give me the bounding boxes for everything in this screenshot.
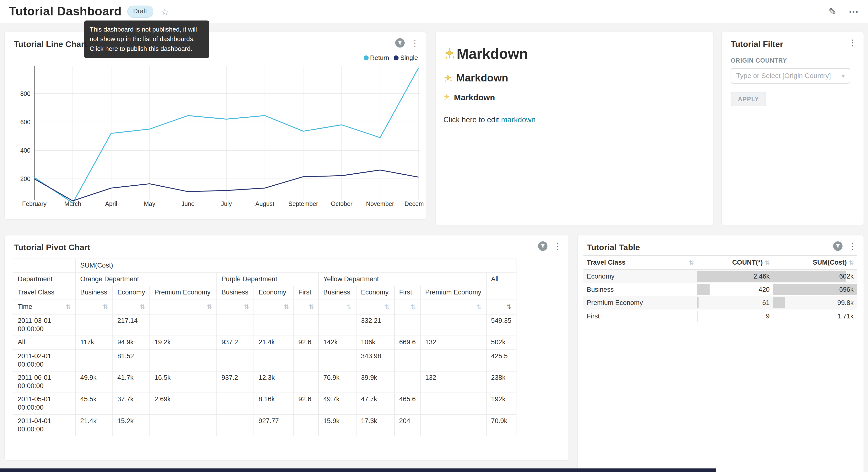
table-cell: 61 [697, 296, 773, 309]
table-cell: 1.71k [773, 309, 857, 323]
markdown-h2-text: Markdown [456, 72, 508, 84]
table-cell: 9 [697, 309, 773, 323]
table-cell: Economy [583, 269, 697, 283]
pivot-table: SUM(Cost)DepartmentOrange DepartmentPurp… [13, 259, 517, 436]
pivot-header-cell: First [394, 286, 420, 300]
table-column-header[interactable]: COUNT(*)⇅ [697, 256, 773, 269]
svg-text:October: October [331, 200, 352, 207]
table-column-header[interactable]: SUM(Cost)⇅ [773, 256, 857, 269]
filter-card: Tutorial Filter ⋮ ORIGIN COUNTRY Type or… [721, 32, 864, 225]
pivot-header-cell: First [293, 286, 319, 300]
sort-icon[interactable]: ⇅ [384, 303, 390, 310]
table-column-header[interactable]: Travel Class⇅ [583, 256, 697, 269]
chart-card-actions: ⋮ [395, 38, 419, 48]
favorite-star-icon[interactable]: ☆ [161, 6, 169, 17]
more-menu-icon[interactable]: ⋯ [849, 6, 859, 18]
pivot-row-header: 2011-03-0100:00:00 [13, 315, 75, 336]
header-actions: ✎ ⋯ [829, 6, 859, 18]
page-title: Tutorial Dashboard [9, 4, 122, 19]
select-placeholder: Type or Select [Origin Country] [736, 72, 839, 80]
pivot-cell: 45.5k [75, 393, 113, 414]
filter-field-label: ORIGIN COUNTRY [731, 57, 856, 64]
sort-icon[interactable]: ⇅ [66, 303, 71, 311]
apply-button[interactable]: APPLY [731, 92, 766, 107]
value-bar [697, 297, 699, 308]
pivot-cell [217, 393, 254, 414]
pivot-cell: 16.5k [150, 371, 217, 393]
markdown-edit-link[interactable]: markdown [501, 116, 536, 124]
table-row[interactable]: Economy2.46k602k [583, 269, 857, 283]
table-cell: 602k [773, 269, 857, 283]
sort-icon[interactable]: ⇅ [284, 303, 289, 310]
edit-dashboard-icon[interactable]: ✎ [829, 6, 836, 18]
pivot-cell [150, 415, 217, 436]
unpublished-tooltip[interactable]: This dashboard is not published, it will… [84, 21, 209, 58]
sort-icon[interactable]: ⇅ [849, 260, 854, 266]
sort-icon[interactable]: ⇅ [506, 303, 512, 310]
pivot-header-cell: All [486, 272, 516, 286]
sort-icon[interactable]: ⇅ [309, 303, 314, 310]
pivot-cell: 81.52 [113, 350, 150, 371]
chart-title: Tutorial Line Chart [14, 39, 87, 49]
sort-icon[interactable]: ⇅ [476, 303, 482, 310]
legend-item-return[interactable]: Return [363, 54, 389, 61]
kebab-menu-icon[interactable]: ⋮ [554, 242, 562, 250]
sort-icon[interactable]: ⇅ [411, 303, 416, 310]
pivot-cell: 37.7k [113, 393, 150, 414]
pivot-cell: 19.2k [150, 336, 217, 350]
pivot-cell: 937.2 [217, 336, 254, 350]
table-row[interactable]: Business420696k [583, 283, 857, 296]
pivot-header-cell: ⇅ [319, 300, 356, 314]
pivot-cell: 927.77 [254, 415, 293, 436]
draft-status-badge[interactable]: Draft [127, 6, 153, 18]
table-row[interactable]: Premium Economy6199.8k [583, 296, 857, 309]
pivot-cell [75, 315, 113, 336]
pivot-header-cell: Premium Economy [150, 286, 217, 300]
svg-text:200: 200 [20, 175, 31, 182]
bottom-edge-bar [0, 468, 716, 472]
sort-icon[interactable]: ⇅ [244, 303, 249, 310]
pivot-cell: 192k [486, 393, 516, 414]
pivot-cell [293, 415, 319, 436]
table-cell: Premium Economy [583, 296, 697, 309]
sort-icon[interactable]: ⇅ [103, 303, 108, 310]
svg-text:June: June [181, 200, 195, 207]
table-cell: 420 [697, 283, 773, 296]
legend-label: Single [400, 54, 418, 61]
sort-icon[interactable]: ⇅ [689, 260, 694, 266]
pivot-header-cell [13, 259, 75, 272]
sort-icon[interactable]: ⇅ [140, 303, 145, 310]
pivot-cell: 17.3k [356, 415, 394, 436]
table-row[interactable]: First91.71k [583, 309, 857, 323]
line-chart-plot[interactable]: 200400600800FebruaryMarchAprilMayJuneJul… [9, 63, 423, 209]
origin-country-select[interactable]: Type or Select [Origin Country] ▾ [731, 68, 850, 83]
markdown-paragraph: Click here to edit markdown [443, 116, 705, 124]
sort-icon[interactable]: ⇅ [346, 303, 351, 310]
pivot-cell: 12.3k [254, 371, 293, 393]
pivot-cell: 41.7k [113, 371, 150, 393]
pivot-header-cell: ⇅ [150, 300, 217, 314]
pivot-header-cell: Business [319, 286, 356, 300]
kebab-menu-icon[interactable]: ⋮ [849, 242, 857, 250]
pivot-header-cell: Yellow Department [319, 272, 486, 286]
pivot-cell [150, 350, 217, 371]
pivot-header-cell: Purple Department [217, 272, 319, 286]
pivot-cell [421, 350, 486, 371]
filter-indicator-icon[interactable] [395, 38, 404, 48]
filter-indicator-icon[interactable] [833, 241, 842, 251]
pivot-cell [293, 350, 319, 371]
kebab-menu-icon[interactable]: ⋮ [849, 38, 857, 47]
kebab-menu-icon[interactable]: ⋮ [411, 39, 419, 47]
sort-icon[interactable]: ⇅ [207, 303, 212, 310]
pivot-row: 2011-04-0100:00:0021.4k15.2k927.7715.9k1… [13, 415, 516, 436]
pivot-cell [394, 350, 420, 371]
pivot-cell: 92.6 [293, 336, 319, 350]
pivot-header-cell: ⇅ [486, 300, 516, 314]
chart-legend: Return Single [363, 54, 418, 61]
filter-indicator-icon[interactable] [538, 241, 548, 251]
legend-dot [363, 55, 368, 60]
pivot-cell: 49.7k [319, 393, 356, 414]
legend-item-single[interactable]: Single [394, 54, 418, 61]
sort-icon[interactable]: ⇅ [765, 260, 770, 266]
dashboard-header: Tutorial Dashboard Draft ☆ ✎ ⋯ [0, 0, 868, 23]
